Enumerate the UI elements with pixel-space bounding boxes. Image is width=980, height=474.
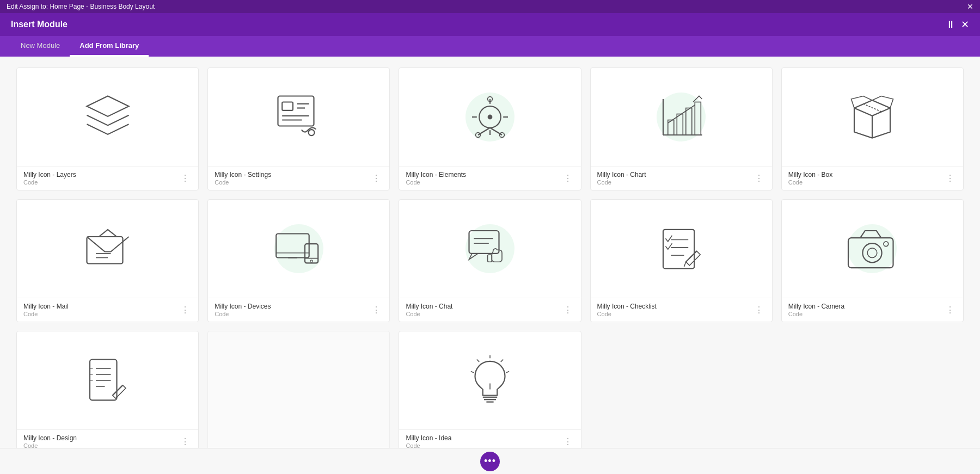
card-devices-info: Milly Icon - Devices Code (215, 303, 271, 317)
card-chat-menu[interactable]: ⋮ (561, 305, 574, 316)
svg-rect-44 (848, 238, 893, 268)
modal-pause-button[interactable]: ⏸ (946, 20, 955, 29)
card-checklist[interactable]: Milly Icon - Checklist Code ⋮ (590, 199, 773, 322)
card-checklist-name: Milly Icon - Checklist (597, 303, 657, 310)
card-settings-name: Milly Icon - Settings (215, 171, 271, 178)
card-idea-footer: Milly Icon - Idea Code ⋮ (399, 429, 580, 448)
card-mail-icon-area (17, 200, 198, 298)
card-chat-footer: Milly Icon - Chat Code ⋮ (399, 298, 580, 322)
svg-line-64 (506, 372, 510, 373)
card-box-menu[interactable]: ⋮ (944, 173, 957, 184)
svg-point-6 (308, 130, 314, 136)
card-camera[interactable]: Milly Icon - Camera Code ⋮ (781, 199, 964, 322)
card-design-menu[interactable]: ⋮ (179, 436, 192, 447)
checklist-icon (651, 219, 711, 279)
card-idea-type: Code (406, 442, 451, 448)
card-camera-footer: Milly Icon - Camera Code ⋮ (782, 298, 963, 322)
card-settings-footer: Milly Icon - Settings Code ⋮ (208, 166, 389, 190)
card-devices-menu[interactable]: ⋮ (370, 305, 383, 316)
card-box-footer: Milly Icon - Box Code ⋮ (782, 166, 963, 190)
elements-icon (460, 87, 520, 147)
card-settings[interactable]: Milly Icon - Settings Code ⋮ (207, 67, 390, 190)
card-box-icon-area (782, 68, 963, 166)
card-chat-info: Milly Icon - Chat Code (406, 303, 452, 317)
tab-add-from-library[interactable]: Add From Library (70, 36, 149, 57)
card-design-name: Milly Icon - Design (23, 434, 77, 442)
modal-header-actions: ⏸ ✕ (946, 20, 969, 29)
card-camera-type: Code (788, 311, 844, 317)
svg-point-8 (488, 115, 493, 120)
svg-rect-23 (695, 102, 701, 136)
card-idea-info: Milly Icon - Idea Code (406, 434, 451, 448)
card-chart-icon-area (591, 68, 772, 166)
svg-rect-28 (276, 234, 309, 258)
card-elements-info: Milly Icon - Elements Code (406, 171, 466, 186)
cards-grid: Milly Icon - Layers Code ⋮ (16, 67, 964, 448)
card-chart-type: Code (597, 179, 646, 186)
card-box[interactable]: Milly Icon - Box Code ⋮ (781, 67, 964, 190)
card-elements[interactable]: Milly Icon - Elements Code ⋮ (399, 67, 581, 190)
modal-title: Insert Module (11, 20, 68, 29)
card-chart-menu[interactable]: ⋮ (752, 173, 765, 184)
modal-close-button[interactable]: ✕ (961, 20, 969, 29)
card-elements-footer: Milly Icon - Elements Code ⋮ (399, 166, 580, 190)
card-layers-menu[interactable]: ⋮ (179, 173, 192, 184)
card-design[interactable]: Milly Icon - Design Code ⋮ (16, 331, 199, 448)
card-design-icon-area (17, 331, 198, 429)
card-devices[interactable]: Milly Icon - Devices Code ⋮ (207, 199, 390, 322)
card-layers-info: Milly Icon - Layers Code (23, 171, 76, 186)
card-layers-name: Milly Icon - Layers (23, 171, 76, 178)
card-mail-type: Code (23, 311, 69, 317)
card-idea-menu[interactable]: ⋮ (561, 436, 574, 447)
card-checklist-menu[interactable]: ⋮ (752, 305, 765, 316)
svg-line-62 (501, 360, 503, 362)
card-checklist-type: Code (597, 311, 657, 317)
card-idea[interactable]: Milly Icon - Idea Code ⋮ (399, 331, 581, 448)
card-mail[interactable]: Milly Icon - Mail Code ⋮ (16, 199, 199, 322)
card-elements-name: Milly Icon - Elements (406, 171, 466, 178)
content-area[interactable]: Milly Icon - Layers Code ⋮ (0, 57, 980, 448)
camera-icon (842, 219, 902, 279)
card-chart[interactable]: Milly Icon - Chart Code ⋮ (590, 67, 773, 190)
chart-icon (651, 87, 711, 147)
card-idea-name: Milly Icon - Idea (406, 434, 451, 442)
card-layers-icon-area (17, 68, 198, 166)
card-chat-icon-area (399, 200, 580, 298)
card-design-type: Code (23, 442, 77, 448)
idea-icon (460, 350, 520, 410)
svg-line-63 (471, 372, 474, 373)
card-devices-icon-area (208, 200, 389, 298)
card-empty-1-icon-area (208, 331, 389, 429)
devices-icon (269, 219, 329, 279)
title-bar-close[interactable]: ✕ (967, 2, 973, 11)
card-settings-menu[interactable]: ⋮ (370, 173, 383, 184)
card-layers[interactable]: Milly Icon - Layers Code ⋮ (16, 67, 199, 190)
card-chart-name: Milly Icon - Chart (597, 171, 646, 178)
card-devices-footer: Milly Icon - Devices Code ⋮ (208, 298, 389, 322)
card-camera-menu[interactable]: ⋮ (944, 305, 957, 316)
card-mail-footer: Milly Icon - Mail Code ⋮ (17, 298, 198, 322)
svg-rect-22 (686, 108, 692, 136)
tab-new-module[interactable]: New Module (11, 36, 70, 57)
card-box-name: Milly Icon - Box (788, 171, 832, 178)
card-elements-menu[interactable]: ⋮ (561, 173, 574, 184)
card-settings-type: Code (215, 179, 271, 186)
modal: Insert Module ⏸ ✕ New Module Add From Li… (0, 13, 980, 474)
card-chat[interactable]: Milly Icon - Chat Code ⋮ (399, 199, 581, 322)
card-devices-name: Milly Icon - Devices (215, 303, 271, 310)
layers-icon (78, 87, 138, 147)
tab-bar: New Module Add From Library (0, 36, 980, 57)
more-button[interactable]: ••• (480, 452, 500, 471)
card-mail-name: Milly Icon - Mail (23, 303, 69, 310)
svg-point-47 (884, 242, 889, 247)
svg-rect-21 (677, 114, 683, 136)
mail-icon (78, 219, 138, 279)
card-chat-name: Milly Icon - Chat (406, 303, 452, 310)
card-design-info: Milly Icon - Design Code (23, 434, 77, 448)
card-checklist-icon-area (591, 200, 772, 298)
svg-rect-34 (469, 231, 499, 254)
card-mail-menu[interactable]: ⋮ (179, 305, 192, 316)
card-layers-type: Code (23, 179, 76, 186)
card-elements-type: Code (406, 179, 466, 186)
card-elements-icon-area (399, 68, 580, 166)
